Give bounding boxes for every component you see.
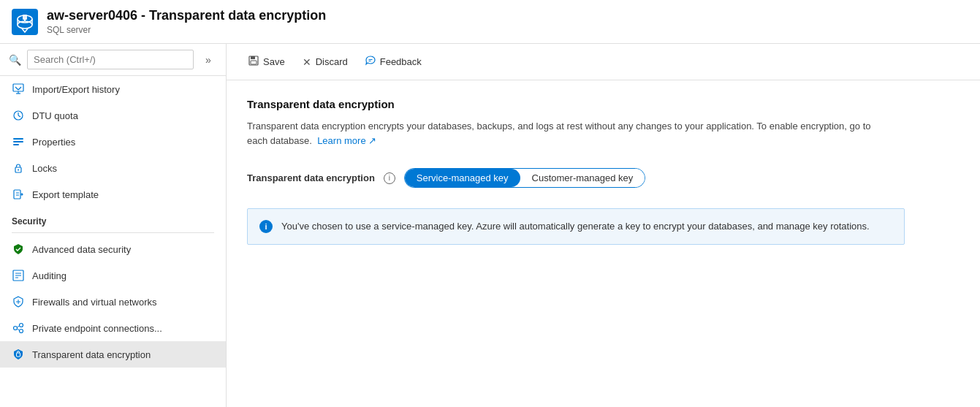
feedback-label: Feedback — [380, 56, 422, 67]
content-title: Transparent data encryption — [247, 98, 960, 110]
discard-button[interactable]: ✕ Discard — [295, 52, 355, 72]
dtu-icon — [12, 109, 25, 122]
properties-icon — [12, 135, 25, 148]
search-box: 🔍 » — [0, 44, 226, 76]
svg-point-30 — [20, 324, 23, 327]
header-text-group: aw-server0406 - Transparent data encrypt… — [47, 8, 326, 35]
svg-line-10 — [15, 87, 18, 90]
export-template-icon — [12, 188, 25, 201]
sidebar-label-tde: Transparent data encryption — [32, 349, 151, 360]
page-subtitle: SQL server — [47, 25, 326, 35]
svg-line-14 — [18, 115, 20, 117]
learn-more-link[interactable]: Learn more ↗ — [317, 135, 376, 146]
feedback-button[interactable]: Feedback — [358, 51, 429, 72]
import-export-icon — [12, 83, 25, 96]
customer-managed-key-option[interactable]: Customer-managed key — [520, 169, 645, 187]
sidebar-item-advanced-data-security[interactable]: Advanced data security — [0, 236, 226, 262]
content-area: Save ✕ Discard Feedback Transparent data… — [227, 44, 980, 407]
sidebar-label-advanced-security: Advanced data security — [32, 244, 131, 255]
discard-icon: ✕ — [303, 56, 311, 68]
toolbar: Save ✕ Discard Feedback — [227, 44, 980, 80]
sidebar-label-firewalls: Firewalls and virtual networks — [32, 297, 157, 308]
feedback-icon — [365, 56, 376, 68]
setting-label: Transparent data encryption — [247, 172, 375, 183]
sidebar-label-properties: Properties — [32, 137, 75, 148]
shield-green-icon — [12, 243, 25, 256]
sidebar-nav: Import/Export history DTU quota Properti… — [0, 76, 226, 407]
security-divider — [12, 232, 214, 233]
sidebar-item-locks[interactable]: Locks — [0, 155, 226, 181]
sidebar-label-dtu: DTU quota — [32, 110, 78, 121]
svg-point-19 — [18, 170, 19, 171]
locks-icon — [12, 161, 25, 175]
service-managed-key-option[interactable]: Service-managed key — [405, 169, 520, 187]
svg-rect-36 — [251, 56, 255, 59]
encryption-setting-row: Transparent data encryption i Service-ma… — [247, 168, 960, 188]
svg-rect-20 — [14, 190, 20, 199]
svg-rect-16 — [13, 141, 23, 142]
save-button[interactable]: Save — [241, 51, 292, 72]
app-icon — [12, 9, 38, 35]
security-section-header: Security — [0, 208, 226, 229]
firewall-icon — [12, 295, 25, 308]
sidebar-label-export-template: Export template — [32, 189, 99, 200]
sidebar-label-private-endpoint: Private endpoint connections... — [32, 323, 162, 334]
sidebar: 🔍 » Import/Export history DTU quota — [0, 44, 227, 407]
sidebar-item-auditing[interactable]: Auditing — [0, 262, 226, 289]
svg-rect-7 — [13, 84, 23, 91]
collapse-sidebar-button[interactable]: » — [200, 51, 217, 69]
svg-point-31 — [20, 330, 23, 333]
svg-point-29 — [14, 327, 18, 330]
info-box-text: You've chosen to use a service-managed k… — [281, 219, 870, 234]
page-title: aw-server0406 - Transparent data encrypt… — [47, 8, 326, 23]
info-box-icon: i — [259, 220, 273, 233]
discard-label: Discard — [316, 56, 348, 67]
svg-line-11 — [18, 87, 21, 90]
info-message-box: i You've chosen to use a service-managed… — [247, 208, 905, 245]
sidebar-label-locks: Locks — [32, 163, 57, 174]
save-label: Save — [263, 56, 285, 67]
sidebar-item-export-template[interactable]: Export template — [0, 181, 226, 208]
main-layout: 🔍 » Import/Export history DTU quota — [0, 44, 980, 407]
endpoint-icon — [12, 322, 25, 335]
svg-rect-0 — [12, 9, 38, 35]
sidebar-item-firewalls[interactable]: Firewalls and virtual networks — [0, 289, 226, 315]
key-type-toggle: Service-managed key Customer-managed key — [404, 168, 645, 188]
search-icon: 🔍 — [9, 54, 21, 66]
svg-rect-6 — [24, 18, 26, 21]
search-input[interactable] — [27, 50, 194, 69]
page-header: aw-server0406 - Transparent data encrypt… — [0, 0, 980, 44]
svg-line-32 — [18, 326, 20, 327]
save-icon — [248, 56, 259, 68]
content-body: Transparent data encryption Transparent … — [227, 80, 980, 407]
svg-rect-15 — [13, 138, 23, 140]
sidebar-item-import-export[interactable]: Import/Export history — [0, 76, 226, 102]
svg-line-33 — [18, 329, 20, 330]
content-description: Transparent data encryption encrypts you… — [247, 119, 875, 148]
sidebar-item-properties[interactable]: Properties — [0, 129, 226, 155]
info-icon[interactable]: i — [384, 172, 395, 184]
sidebar-label-auditing: Auditing — [32, 270, 67, 281]
sidebar-label-import-export: Import/Export history — [32, 84, 120, 95]
sidebar-item-dtu-quota[interactable]: DTU quota — [0, 102, 226, 129]
auditing-icon — [12, 269, 25, 282]
sidebar-item-tde[interactable]: Transparent data encryption — [0, 341, 226, 368]
sidebar-item-private-endpoint[interactable]: Private endpoint connections... — [0, 315, 226, 341]
tde-icon — [12, 348, 25, 361]
svg-rect-37 — [251, 61, 257, 64]
svg-rect-17 — [13, 144, 19, 145]
